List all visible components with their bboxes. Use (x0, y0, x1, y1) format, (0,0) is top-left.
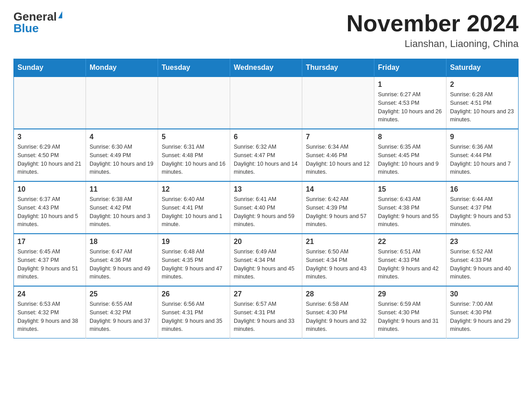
day-info: Sunrise: 6:42 AMSunset: 4:39 PMDaylight:… (306, 195, 370, 229)
weekday-header-row: SundayMondayTuesdayWednesdayThursdayFrid… (14, 59, 519, 77)
day-number: 21 (306, 238, 370, 246)
day-number: 5 (162, 133, 226, 141)
weekday-header-monday: Monday (86, 59, 158, 77)
day-info: Sunrise: 6:52 AMSunset: 4:33 PMDaylight:… (450, 248, 515, 281)
day-number: 25 (90, 290, 154, 298)
day-cell: 5Sunrise: 6:31 AMSunset: 4:48 PMDaylight… (158, 129, 230, 181)
day-cell (14, 77, 86, 129)
day-number: 26 (162, 290, 226, 298)
day-number: 12 (162, 185, 226, 193)
week-row-2: 3Sunrise: 6:29 AMSunset: 4:50 PMDaylight… (14, 129, 519, 181)
day-number: 17 (17, 238, 82, 246)
day-info: Sunrise: 6:41 AMSunset: 4:40 PMDaylight:… (234, 195, 298, 229)
day-cell: 10Sunrise: 6:37 AMSunset: 4:43 PMDayligh… (14, 181, 86, 234)
day-info: Sunrise: 6:34 AMSunset: 4:46 PMDaylight:… (306, 143, 370, 176)
day-number: 18 (90, 238, 154, 246)
day-info: Sunrise: 6:27 AMSunset: 4:53 PMDaylight:… (378, 90, 442, 124)
day-info: Sunrise: 6:37 AMSunset: 4:43 PMDaylight:… (17, 195, 82, 229)
day-number: 23 (450, 238, 515, 246)
day-info: Sunrise: 6:31 AMSunset: 4:48 PMDaylight:… (162, 143, 226, 176)
day-number: 9 (450, 133, 515, 141)
day-number: 14 (306, 185, 370, 193)
day-info: Sunrise: 6:40 AMSunset: 4:41 PMDaylight:… (162, 195, 226, 229)
day-number: 10 (17, 185, 82, 193)
day-cell: 26Sunrise: 6:56 AMSunset: 4:31 PMDayligh… (158, 286, 230, 338)
day-number: 27 (234, 290, 298, 298)
day-info: Sunrise: 6:44 AMSunset: 4:37 PMDaylight:… (450, 195, 515, 229)
day-info: Sunrise: 6:50 AMSunset: 4:34 PMDaylight:… (306, 248, 370, 281)
day-info: Sunrise: 6:58 AMSunset: 4:30 PMDaylight:… (306, 300, 370, 334)
week-row-3: 10Sunrise: 6:37 AMSunset: 4:43 PMDayligh… (14, 181, 519, 234)
day-number: 30 (450, 290, 515, 298)
day-number: 24 (17, 290, 82, 298)
day-cell: 4Sunrise: 6:30 AMSunset: 4:49 PMDaylight… (86, 129, 158, 181)
day-info: Sunrise: 6:32 AMSunset: 4:47 PMDaylight:… (234, 143, 298, 176)
day-cell: 12Sunrise: 6:40 AMSunset: 4:41 PMDayligh… (158, 181, 230, 234)
day-cell: 11Sunrise: 6:38 AMSunset: 4:42 PMDayligh… (86, 181, 158, 234)
week-row-5: 24Sunrise: 6:53 AMSunset: 4:32 PMDayligh… (14, 286, 519, 338)
day-cell: 23Sunrise: 6:52 AMSunset: 4:33 PMDayligh… (446, 234, 519, 286)
day-cell: 27Sunrise: 6:57 AMSunset: 4:31 PMDayligh… (230, 286, 302, 338)
day-cell: 22Sunrise: 6:51 AMSunset: 4:33 PMDayligh… (374, 234, 446, 286)
day-number: 11 (90, 185, 154, 193)
day-number: 6 (234, 133, 298, 141)
day-cell: 28Sunrise: 6:58 AMSunset: 4:30 PMDayligh… (302, 286, 374, 338)
day-cell: 6Sunrise: 6:32 AMSunset: 4:47 PMDaylight… (230, 129, 302, 181)
weekday-header-wednesday: Wednesday (230, 59, 302, 77)
logo-blue-text: Blue (13, 22, 39, 34)
day-cell (158, 77, 230, 129)
day-info: Sunrise: 6:53 AMSunset: 4:32 PMDaylight:… (17, 300, 82, 334)
day-cell: 7Sunrise: 6:34 AMSunset: 4:46 PMDaylight… (302, 129, 374, 181)
day-cell (302, 77, 374, 129)
location-title: Lianshan, Liaoning, China (347, 38, 519, 50)
logo: General Blue (13, 11, 62, 34)
day-cell: 9Sunrise: 6:36 AMSunset: 4:44 PMDaylight… (446, 129, 519, 181)
day-cell: 2Sunrise: 6:28 AMSunset: 4:51 PMDaylight… (446, 77, 519, 129)
day-number: 20 (234, 238, 298, 246)
day-cell: 24Sunrise: 6:53 AMSunset: 4:32 PMDayligh… (14, 286, 86, 338)
day-cell: 15Sunrise: 6:43 AMSunset: 4:38 PMDayligh… (374, 181, 446, 234)
day-number: 7 (306, 133, 370, 141)
day-cell: 17Sunrise: 6:45 AMSunset: 4:37 PMDayligh… (14, 234, 86, 286)
day-number: 29 (378, 290, 442, 298)
day-cell: 3Sunrise: 6:29 AMSunset: 4:50 PMDaylight… (14, 129, 86, 181)
month-title: November 2024 (347, 11, 519, 36)
day-cell (86, 77, 158, 129)
day-number: 8 (378, 133, 442, 141)
day-cell: 19Sunrise: 6:48 AMSunset: 4:35 PMDayligh… (158, 234, 230, 286)
day-cell: 21Sunrise: 6:50 AMSunset: 4:34 PMDayligh… (302, 234, 374, 286)
title-area: November 2024 Lianshan, Liaoning, China (347, 11, 519, 50)
day-number: 28 (306, 290, 370, 298)
day-info: Sunrise: 6:38 AMSunset: 4:42 PMDaylight:… (90, 195, 154, 229)
day-number: 15 (378, 185, 442, 193)
day-cell: 14Sunrise: 6:42 AMSunset: 4:39 PMDayligh… (302, 181, 374, 234)
day-info: Sunrise: 7:00 AMSunset: 4:30 PMDaylight:… (450, 300, 515, 334)
day-cell: 16Sunrise: 6:44 AMSunset: 4:37 PMDayligh… (446, 181, 519, 234)
day-cell: 29Sunrise: 6:59 AMSunset: 4:30 PMDayligh… (374, 286, 446, 338)
week-row-4: 17Sunrise: 6:45 AMSunset: 4:37 PMDayligh… (14, 234, 519, 286)
weekday-header-tuesday: Tuesday (158, 59, 230, 77)
day-info: Sunrise: 6:59 AMSunset: 4:30 PMDaylight:… (378, 300, 442, 334)
weekday-header-saturday: Saturday (446, 59, 519, 77)
day-cell: 8Sunrise: 6:35 AMSunset: 4:45 PMDaylight… (374, 129, 446, 181)
day-number: 19 (162, 238, 226, 246)
day-cell: 30Sunrise: 7:00 AMSunset: 4:30 PMDayligh… (446, 286, 519, 338)
day-info: Sunrise: 6:57 AMSunset: 4:31 PMDaylight:… (234, 300, 298, 334)
day-cell: 20Sunrise: 6:49 AMSunset: 4:34 PMDayligh… (230, 234, 302, 286)
day-info: Sunrise: 6:43 AMSunset: 4:38 PMDaylight:… (378, 195, 442, 229)
day-info: Sunrise: 6:35 AMSunset: 4:45 PMDaylight:… (378, 143, 442, 176)
day-cell: 13Sunrise: 6:41 AMSunset: 4:40 PMDayligh… (230, 181, 302, 234)
day-number: 1 (378, 81, 442, 89)
day-info: Sunrise: 6:28 AMSunset: 4:51 PMDaylight:… (450, 90, 515, 124)
weekday-header-friday: Friday (374, 59, 446, 77)
day-info: Sunrise: 6:30 AMSunset: 4:49 PMDaylight:… (90, 143, 154, 176)
day-cell (230, 77, 302, 129)
day-info: Sunrise: 6:36 AMSunset: 4:44 PMDaylight:… (450, 143, 515, 176)
day-cell: 25Sunrise: 6:55 AMSunset: 4:32 PMDayligh… (86, 286, 158, 338)
day-number: 22 (378, 238, 442, 246)
day-info: Sunrise: 6:55 AMSunset: 4:32 PMDaylight:… (90, 300, 154, 334)
calendar-table: SundayMondayTuesdayWednesdayThursdayFrid… (13, 59, 519, 338)
day-number: 2 (450, 81, 515, 89)
day-info: Sunrise: 6:49 AMSunset: 4:34 PMDaylight:… (234, 248, 298, 281)
day-info: Sunrise: 6:29 AMSunset: 4:50 PMDaylight:… (17, 143, 82, 176)
